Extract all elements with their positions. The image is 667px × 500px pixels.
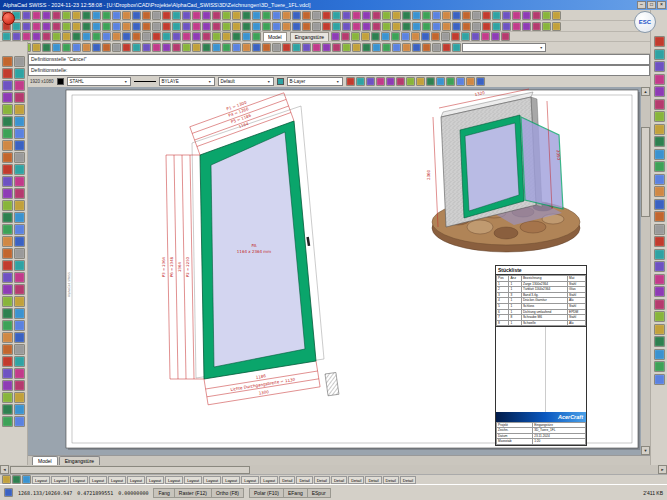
- toolbar-icon[interactable]: [22, 475, 31, 484]
- toolbar-icon[interactable]: [172, 43, 181, 52]
- toolbar-icon[interactable]: [654, 361, 665, 372]
- toolbar-icon[interactable]: [352, 11, 361, 20]
- toolbar-icon[interactable]: [132, 22, 141, 31]
- toolbar-icon[interactable]: [416, 77, 425, 86]
- layout-tab[interactable]: Layout: [32, 476, 50, 484]
- toolbar-icon[interactable]: [502, 11, 511, 20]
- toolbar-icon[interactable]: [2, 116, 13, 127]
- toolbar-icon[interactable]: [654, 274, 665, 285]
- toolbar-icon[interactable]: [14, 284, 25, 295]
- toolbar-icon[interactable]: [654, 36, 665, 47]
- toolbar-icon[interactable]: [142, 43, 151, 52]
- toolbar-icon[interactable]: [2, 356, 13, 367]
- toolbar-icon[interactable]: [382, 11, 391, 20]
- toolbar-icon[interactable]: [262, 43, 271, 52]
- toolbar-icon[interactable]: [102, 22, 111, 31]
- toolbar-icon[interactable]: [302, 43, 311, 52]
- toolbar-icon[interactable]: [152, 43, 161, 52]
- toolbar-icon[interactable]: [212, 32, 221, 41]
- toolbar-icon[interactable]: [32, 43, 41, 52]
- toolbar-icon[interactable]: [32, 11, 41, 20]
- toolbar-icon[interactable]: [272, 11, 281, 20]
- toolbar-icon[interactable]: [14, 104, 25, 115]
- toolbar-icon[interactable]: [461, 32, 470, 41]
- layer-color-swatch[interactable]: [57, 78, 64, 85]
- toolbar-icon[interactable]: [2, 284, 13, 295]
- toolbar-icon[interactable]: [82, 22, 91, 31]
- toolbar-icon[interactable]: [654, 86, 665, 97]
- horizontal-scroll-thumb[interactable]: [10, 466, 250, 474]
- toolbar-icon[interactable]: [182, 32, 191, 41]
- toolbar-icon[interactable]: [392, 11, 401, 20]
- toolbar-icon[interactable]: [376, 77, 385, 86]
- toolbar-icon[interactable]: [162, 22, 171, 31]
- toolbar-icon[interactable]: [482, 22, 491, 31]
- toolbar-icon[interactable]: [4, 488, 13, 497]
- toolbar-icon[interactable]: [2, 152, 13, 163]
- toolbar-icon[interactable]: [12, 475, 21, 484]
- toolbar-icon[interactable]: [431, 32, 440, 41]
- toolbar-icon[interactable]: [654, 311, 665, 322]
- toolbar-icon[interactable]: [14, 164, 25, 175]
- toolbar-icon[interactable]: [42, 43, 51, 52]
- toolbar-icon[interactable]: [352, 43, 361, 52]
- toolbar-icon[interactable]: [132, 32, 141, 41]
- toolbar-icon[interactable]: [2, 200, 13, 211]
- toolbar-icon[interactable]: [476, 77, 485, 86]
- toolbar-icon[interactable]: [14, 248, 25, 259]
- toolbar-icon[interactable]: [252, 32, 261, 41]
- toolbar-icon[interactable]: [212, 43, 221, 52]
- toolbar-icon[interactable]: [654, 286, 665, 297]
- toggle-ortho[interactable]: Ortho (F8): [212, 489, 243, 497]
- toolbar-icon[interactable]: [112, 32, 121, 41]
- toolbar-icon[interactable]: [14, 224, 25, 235]
- toolbar-icon[interactable]: [522, 22, 531, 31]
- toolbar-icon[interactable]: [432, 43, 441, 52]
- toolbar-icon[interactable]: [112, 43, 121, 52]
- drawing-canvas[interactable]: AlphaCad SWISS PA 1164 x 2364 mm: [28, 87, 650, 455]
- toolbar-icon[interactable]: [2, 296, 13, 307]
- toolbar-icon[interactable]: [222, 32, 231, 41]
- toolbar-icon[interactable]: [152, 11, 161, 20]
- detail-tab[interactable]: Detail: [279, 476, 295, 484]
- toolbar-icon[interactable]: [342, 11, 351, 20]
- toolbar-icon[interactable]: [322, 22, 331, 31]
- toolbar-icon[interactable]: [172, 22, 181, 31]
- layout-tab[interactable]: Layout: [241, 476, 259, 484]
- toolbar-icon[interactable]: [466, 77, 475, 86]
- toolbar-icon[interactable]: [654, 336, 665, 347]
- toolbar-icon[interactable]: [14, 404, 25, 415]
- toolbar-icon[interactable]: [92, 22, 101, 31]
- toolbar-icon[interactable]: [14, 320, 25, 331]
- toolbar-icon[interactable]: [92, 11, 101, 20]
- toolbar-icon[interactable]: [82, 32, 91, 41]
- toolbar-icon[interactable]: [352, 22, 361, 31]
- toolbar-icon[interactable]: [2, 380, 13, 391]
- toolbar-icon[interactable]: [362, 11, 371, 20]
- toolbar-icon[interactable]: [202, 43, 211, 52]
- toolbar-icon[interactable]: [142, 22, 151, 31]
- toolbar-icon[interactable]: [262, 11, 271, 20]
- toolbar-icon[interactable]: [362, 22, 371, 31]
- toolbar-icon[interactable]: [102, 43, 111, 52]
- tab-eingangstuere-top[interactable]: Eingangstüre: [290, 32, 329, 41]
- toolbar-icon[interactable]: [654, 174, 665, 185]
- toolbar-icon[interactable]: [22, 32, 31, 41]
- toolbar-icon[interactable]: [381, 32, 390, 41]
- toolbar-icon[interactable]: [162, 43, 171, 52]
- toolbar-icon[interactable]: [401, 32, 410, 41]
- toolbar-icon[interactable]: [2, 80, 13, 91]
- toggle-fang[interactable]: Fang: [154, 489, 174, 497]
- toolbar-icon[interactable]: [654, 224, 665, 235]
- toolbar-icon[interactable]: [654, 136, 665, 147]
- toolbar-icon[interactable]: [14, 236, 25, 247]
- toolbar-icon[interactable]: [14, 392, 25, 403]
- toolbar-icon[interactable]: [72, 32, 81, 41]
- toolbar-icon[interactable]: [192, 11, 201, 20]
- detail-tab[interactable]: Detail: [400, 476, 416, 484]
- toolbar-icon[interactable]: [242, 32, 251, 41]
- toolbar-icon[interactable]: [411, 32, 420, 41]
- toolbar-icon[interactable]: [402, 43, 411, 52]
- toolbar-icon[interactable]: [14, 116, 25, 127]
- toolbar-icon[interactable]: [282, 11, 291, 20]
